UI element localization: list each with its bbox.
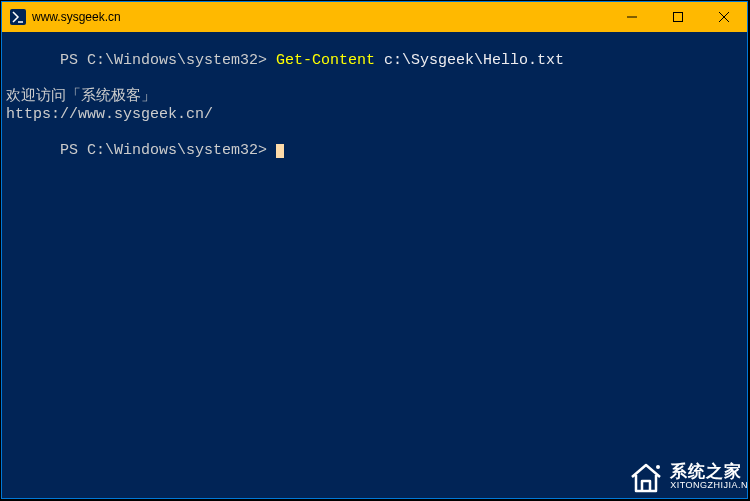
- close-button[interactable]: [701, 2, 747, 32]
- titlebar-left: www.sysgeek.cn: [2, 9, 121, 25]
- house-icon: [628, 459, 664, 495]
- terminal-line: PS C:\Windows\system32>: [6, 124, 743, 178]
- command-text: Get-Content: [276, 52, 375, 69]
- window-controls: [609, 2, 747, 32]
- terminal-area[interactable]: PS C:\Windows\system32> Get-Content c:\S…: [2, 32, 747, 498]
- watermark: 系统之家 XITONGZHIJIA.N: [628, 459, 748, 495]
- powershell-window: www.sysgeek.cn PS C:\Windows\system32> G…: [1, 1, 748, 499]
- svg-point-4: [656, 465, 660, 469]
- watermark-main: 系统之家: [670, 463, 748, 482]
- prompt-text: PS C:\Windows\system32>: [60, 52, 276, 69]
- watermark-text: 系统之家 XITONGZHIJIA.N: [670, 463, 748, 492]
- svg-rect-1: [674, 13, 683, 22]
- minimize-button[interactable]: [609, 2, 655, 32]
- terminal-output: 欢迎访问「系统极客」: [6, 88, 743, 106]
- prompt-text: PS C:\Windows\system32>: [60, 142, 276, 159]
- watermark-sub: XITONGZHIJIA.N: [670, 481, 748, 491]
- powershell-icon: [10, 9, 26, 25]
- titlebar[interactable]: www.sysgeek.cn: [2, 2, 747, 32]
- command-args: c:\Sysgeek\Hello.txt: [375, 52, 564, 69]
- cursor: [276, 144, 284, 158]
- terminal-line: PS C:\Windows\system32> Get-Content c:\S…: [6, 34, 743, 88]
- maximize-button[interactable]: [655, 2, 701, 32]
- terminal-output: https://www.sysgeek.cn/: [6, 106, 743, 124]
- window-title: www.sysgeek.cn: [32, 10, 121, 24]
